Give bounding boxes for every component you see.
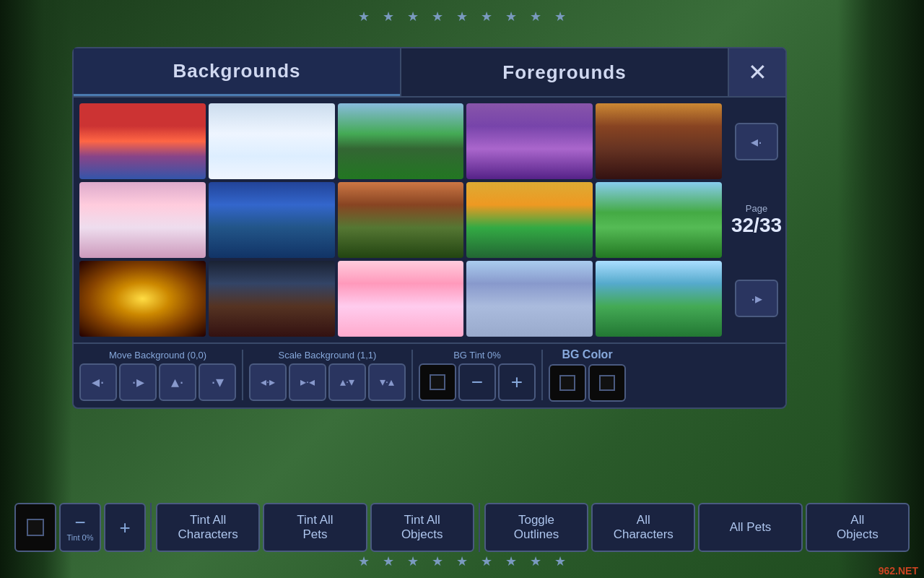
page-label: Page <box>731 203 782 214</box>
bg-color-group: BG Color <box>549 348 626 402</box>
scale-shrink-h-button[interactable]: ▸·◂ <box>289 363 326 401</box>
page-number: 32/33 <box>731 214 782 237</box>
star-icon: ★ <box>383 9 394 25</box>
star-icon: ★ <box>505 9 517 25</box>
tab-backgrounds[interactable]: Backgrounds <box>74 48 400 96</box>
grid-item-sparkle[interactable] <box>79 261 206 337</box>
bg-color-swatches <box>549 364 626 402</box>
separator <box>242 350 243 400</box>
move-label: Move Background (0,0) <box>109 350 206 361</box>
controls-row: Move Background (0,0) ◂· ·▸ ▴· ·▾ Scale … <box>74 342 785 405</box>
tree-right-decoration <box>837 0 924 578</box>
all-pets-button[interactable]: All Pets <box>698 503 802 552</box>
star-icon: ★ <box>530 9 541 25</box>
grid-item-pink-room[interactable] <box>338 261 464 337</box>
bg-tint-group: BG Tint 0% − + <box>419 350 536 401</box>
bg-color-label: BG Color <box>562 348 612 361</box>
tree-left-decoration <box>0 0 72 578</box>
star-icon: ★ <box>481 9 492 25</box>
grid-item-salon[interactable] <box>79 182 206 258</box>
grid-item-cottage[interactable] <box>596 103 722 179</box>
backgrounds-dialog: Backgrounds Foregrounds ✕ ◂· <box>72 47 787 409</box>
tint-plus-button[interactable]: + <box>498 363 536 401</box>
bottom-toolbar: − Tint 0% + Tint AllCharacters Tint AllP… <box>0 499 924 556</box>
all-objects-button[interactable]: AllObjects <box>806 503 910 552</box>
close-button[interactable]: ✕ <box>728 48 785 96</box>
move-background-group: Move Background (0,0) ◂· ·▸ ▴· ·▾ <box>79 350 236 401</box>
tab-row: Backgrounds Foregrounds ✕ <box>74 48 785 98</box>
tint-all-characters-button[interactable]: Tint AllCharacters <box>156 503 260 552</box>
stars-top: ★ ★ ★ ★ ★ ★ ★ ★ ★ <box>0 6 924 27</box>
bg-color-swatch-1[interactable] <box>549 364 586 402</box>
tint-percent-label: Tint 0% <box>67 533 94 542</box>
toolbar-color-inner <box>27 519 44 536</box>
scale-background-group: Scale Background (1,1) ◂·▸ ▸·◂ ▴·▾ ▾·▴ <box>249 350 406 401</box>
bg-color-swatch-2[interactable] <box>588 364 626 402</box>
move-right-button[interactable]: ·▸ <box>119 363 157 401</box>
scale-expand-v-button[interactable]: ▴·▾ <box>328 363 366 401</box>
star-icon: ★ <box>554 9 566 25</box>
star-icon: ★ <box>432 9 443 25</box>
bg-color-inner-2 <box>599 375 615 391</box>
scale-expand-h-button[interactable]: ◂·▸ <box>249 363 287 401</box>
scale-label: Scale Background (1,1) <box>279 350 377 361</box>
star-icon: ★ <box>407 9 419 25</box>
grid-item-purple-room[interactable] <box>466 103 593 179</box>
toolbar-plus-button[interactable]: + <box>104 503 146 552</box>
grid-item-dark-water[interactable] <box>209 261 335 337</box>
tint-color-inner <box>430 374 445 390</box>
star-icon: ★ <box>456 9 468 25</box>
grid-item-ice[interactable] <box>209 182 335 258</box>
tint-color-swatch[interactable] <box>419 363 456 401</box>
next-page-button[interactable]: ·▸ <box>735 280 778 317</box>
toolbar-minus-button[interactable]: − Tint 0% <box>59 503 101 552</box>
minus-icon: − <box>74 513 85 532</box>
grid-area: ◂· Page 32/33 ·▸ <box>74 98 785 342</box>
all-characters-button[interactable]: AllCharacters <box>591 503 695 552</box>
grid-item-camping[interactable] <box>466 182 593 258</box>
watermark: 962.NET <box>879 565 918 577</box>
move-up-button[interactable]: ▴· <box>159 363 196 401</box>
tint-all-objects-button[interactable]: Tint AllObjects <box>370 503 474 552</box>
toggle-outlines-button[interactable]: ToggleOutlines <box>484 503 588 552</box>
toolbar-separator <box>479 503 480 552</box>
plus-icon: + <box>119 518 130 537</box>
grid-item-forest[interactable] <box>338 103 464 179</box>
page-info: Page 32/33 <box>731 203 782 237</box>
scale-shrink-v-button[interactable]: ▾·▴ <box>368 363 406 401</box>
toolbar-color-swatch[interactable] <box>14 503 56 552</box>
separator <box>411 350 413 400</box>
scale-buttons: ◂·▸ ▸·◂ ▴·▾ ▾·▴ <box>249 363 406 401</box>
grid-item-subway[interactable] <box>79 103 206 179</box>
move-left-button[interactable]: ◂· <box>79 363 117 401</box>
toolbar-separator <box>150 503 152 552</box>
move-buttons: ◂· ·▸ ▴· ·▾ <box>79 363 236 401</box>
pagination-sidebar: ◂· Page 32/33 ·▸ <box>728 98 785 342</box>
move-down-button[interactable]: ·▾ <box>199 363 236 401</box>
tint-buttons: − + <box>419 363 536 401</box>
tint-label: BG Tint 0% <box>453 350 501 361</box>
bg-color-inner-1 <box>559 375 575 391</box>
tint-all-pets-button[interactable]: Tint AllPets <box>263 503 367 552</box>
grid-item-scenic[interactable] <box>596 261 722 337</box>
grid-item-blue-room[interactable] <box>466 261 593 337</box>
grid-item-meadow[interactable] <box>596 182 722 258</box>
star-icon: ★ <box>358 9 370 25</box>
prev-page-button[interactable]: ◂· <box>735 123 778 160</box>
separator <box>541 350 543 400</box>
tint-minus-button[interactable]: − <box>458 363 496 401</box>
grid-item-arch[interactable] <box>338 182 464 258</box>
tab-foregrounds[interactable]: Foregrounds <box>401 48 728 96</box>
image-grid <box>74 98 728 342</box>
grid-item-snowy[interactable] <box>209 103 335 179</box>
